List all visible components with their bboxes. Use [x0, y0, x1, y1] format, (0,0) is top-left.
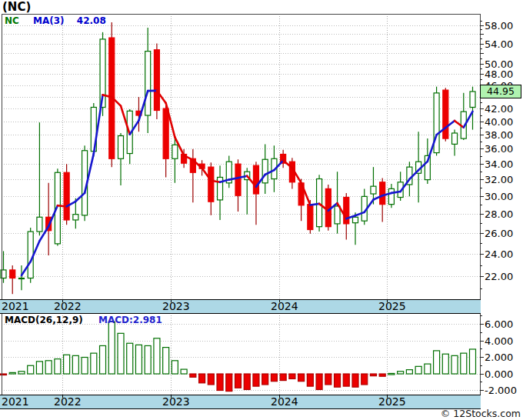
macd-value: MACD:2.981	[98, 315, 162, 325]
macd-axis-label: 2.000	[485, 352, 513, 363]
price-axis-label: 36.00	[485, 143, 513, 155]
macd-bar-positive	[442, 354, 448, 374]
legend-ma-value: 42.08	[77, 15, 106, 26]
macd-bar-negative	[352, 374, 358, 387]
legend-symbol: NC	[5, 15, 19, 26]
macd-bar-negative	[271, 374, 277, 382]
macd-bar-positive	[398, 372, 404, 374]
candlesticks	[1, 22, 475, 294]
macd-histogram	[1, 322, 476, 391]
price-axis-label: 22.00	[485, 271, 513, 282]
macd-bar-positive	[72, 355, 78, 374]
chart-canvas: 58.0054.0050.0048.0046.0042.0040.0038.00…	[0, 0, 523, 420]
year-label: 2025	[378, 300, 406, 312]
macd-bar-positive	[154, 338, 160, 374]
price-axis-label: 34.00	[485, 158, 513, 170]
macd-bar-negative	[208, 374, 214, 385]
candle-up	[145, 52, 151, 115]
price-axis-label: 32.00	[485, 174, 513, 185]
candle-down	[253, 165, 258, 194]
macd-bar-negative	[335, 374, 341, 387]
macd-bar-negative	[289, 374, 295, 378]
macd-bar-negative	[235, 374, 242, 388]
macd-bar-positive	[55, 359, 61, 374]
macd-bar-negative	[199, 374, 205, 383]
candle-down	[163, 108, 168, 158]
year-label: 2024	[271, 395, 298, 408]
macd-bar-positive	[145, 345, 151, 374]
candle-down	[308, 205, 313, 230]
macd-bar-negative	[379, 374, 385, 376]
price-axis-label: 42.00	[485, 103, 513, 115]
macd-bar-positive	[28, 365, 34, 374]
candle-down	[443, 90, 448, 138]
price-axis-label: 58.00	[485, 20, 513, 32]
macd-bar-negative	[325, 374, 331, 385]
macd-bar-negative	[244, 374, 250, 389]
macd-bar-negative	[253, 374, 259, 386]
macd-bar-negative	[316, 374, 322, 389]
candle-down	[380, 182, 385, 205]
candle-up	[371, 186, 376, 194]
price-axis-label: 50.00	[485, 58, 513, 70]
candle-up	[73, 215, 78, 220]
year-label: 2021	[2, 300, 29, 312]
macd-bar-positive	[9, 372, 15, 374]
macd-bar-negative	[307, 374, 313, 386]
macd-bar-positive	[434, 351, 440, 374]
macd-bar-positive	[127, 343, 133, 374]
macd-axis-label: 6.000	[485, 318, 513, 330]
price-axis-label: 26.00	[485, 228, 513, 239]
macd-bar-positive	[425, 364, 431, 374]
macd-axis-label: 4.000	[485, 335, 513, 347]
macd-bar-negative	[226, 374, 232, 392]
price-axis-label: 48.00	[485, 68, 513, 80]
macd-bar-negative	[343, 374, 349, 386]
candle-up	[172, 145, 178, 158]
macd-bar-positive	[461, 353, 467, 374]
macd-bar-positive	[91, 353, 97, 374]
year-label: 2022	[54, 300, 82, 312]
price-axis-label: 40.00	[485, 116, 513, 128]
price-axis-label: 38.00	[485, 129, 513, 141]
candle-up	[434, 93, 439, 153]
candle-down	[235, 164, 241, 195]
candle-down	[208, 167, 214, 202]
macd-bar-negative	[262, 374, 268, 385]
macd-bar-positive	[82, 358, 88, 375]
macd-bar-negative	[280, 374, 286, 381]
year-label: 2023	[162, 395, 190, 408]
macd-bar-positive	[415, 366, 421, 374]
macd-bar-positive	[451, 355, 458, 374]
candle-up	[262, 159, 268, 183]
candle-up	[452, 133, 458, 144]
candle-up	[470, 92, 475, 107]
last-price-badge: 44.95	[480, 85, 521, 98]
candle-down	[10, 270, 15, 278]
macd-bar-positive	[45, 361, 52, 374]
price-axis: 58.0054.0050.0048.0046.0042.0040.0038.00…	[480, 20, 513, 289]
macd-bar-positive	[36, 362, 42, 374]
candle-up	[335, 206, 340, 224]
legend-ma-label: MA(3)	[33, 15, 65, 26]
gridlines	[2, 14, 480, 398]
stock-chart-page: 58.0054.0050.0048.0046.0042.0040.0038.00…	[0, 0, 523, 420]
macd-axis: 6.0004.0002.0000.000-2.000	[480, 316, 517, 396]
year-label: 2025	[378, 395, 406, 408]
candle-down	[344, 198, 349, 224]
macd-bar-negative	[190, 374, 196, 377]
macd-bar-positive	[163, 348, 169, 374]
macd-legend: MACD(26,12,9) MACD:2.981	[5, 315, 162, 325]
macd-bar-positive	[64, 355, 70, 374]
macd-bar-positive	[108, 322, 115, 374]
macd-bar-negative	[298, 374, 305, 382]
candle-down	[64, 172, 69, 220]
macd-bar-positive	[18, 372, 25, 374]
macd-axis-label: -2.000	[485, 385, 517, 396]
year-label: 2022	[54, 395, 82, 408]
macd-bar-negative	[361, 374, 368, 385]
candle-up	[353, 217, 358, 222]
macd-bar-positive	[135, 345, 142, 374]
candle-down	[154, 50, 159, 111]
candle-up	[18, 278, 24, 279]
